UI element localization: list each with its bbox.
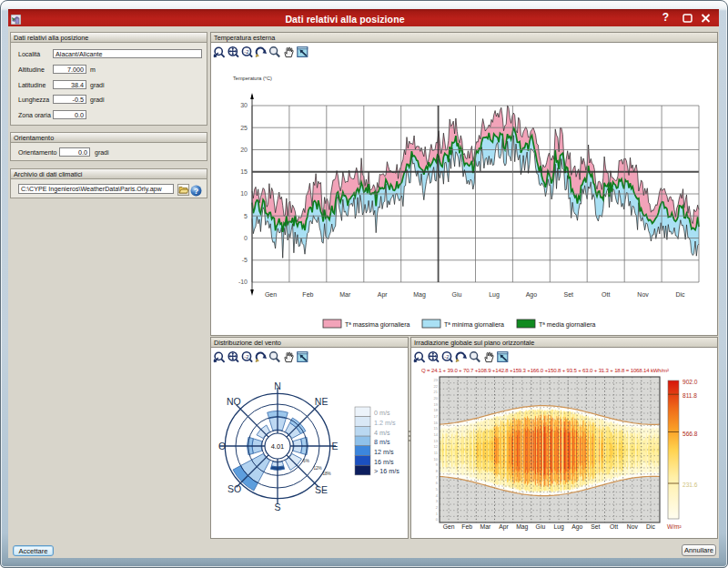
svg-text:Gen: Gen [443,523,455,530]
svg-text:S: S [274,502,280,512]
svg-text:?: ? [194,187,198,196]
svg-text:25: 25 [240,125,248,131]
svg-text:30: 30 [240,102,248,108]
svg-text:10: 10 [240,190,248,197]
svg-text:Dic: Dic [675,291,685,298]
svg-text:Mag: Mag [413,291,426,299]
svg-text:12 m/s: 12 m/s [374,448,394,456]
svg-text:15: 15 [240,168,248,175]
svg-text:Set: Set [591,523,600,530]
svg-text:4: 4 [436,493,439,498]
svg-text:Apr: Apr [378,291,389,299]
svg-text:2: 2 [436,505,439,510]
svg-text:-10: -10 [238,279,248,285]
svg-text:Giu: Giu [452,291,462,298]
svg-text:NO: NO [227,396,241,407]
svg-text:6: 6 [436,481,439,485]
svg-text:20: 20 [240,147,248,153]
svg-text:19: 19 [433,402,438,407]
svg-text:22: 22 [433,384,438,389]
svg-text:8 m/s: 8 m/s [374,438,390,446]
svg-text:Apr: Apr [499,523,509,531]
svg-text:E: E [331,441,338,451]
svg-text:16 m/s: 16 m/s [374,458,394,466]
svg-text:Mar: Mar [480,523,491,530]
svg-text:W/m²: W/m² [667,523,682,530]
svg-text:4 m/s: 4 m/s [374,429,390,437]
svg-text:16: 16 [433,421,438,425]
svg-text:1: 1 [436,512,439,516]
svg-text:Tª massima giornaliera: Tª massima giornaliera [345,321,410,329]
svg-text:902.0: 902.0 [682,379,698,385]
svg-text:12: 12 [433,444,438,449]
svg-text:15: 15 [433,426,438,431]
svg-text:SO: SO [228,483,241,494]
svg-text:Ago: Ago [571,523,582,531]
svg-text:Nov: Nov [637,291,649,298]
svg-text:4.01: 4.01 [271,442,285,451]
svg-text:11: 11 [434,451,439,455]
svg-text:Ott: Ott [610,523,618,530]
svg-text:17: 17 [433,414,438,419]
svg-text:6%: 6% [303,459,309,463]
svg-text:566.8: 566.8 [682,431,698,437]
svg-text:Mag: Mag [516,523,528,531]
svg-text:231.6: 231.6 [682,482,698,488]
svg-text:3: 3 [436,499,439,503]
svg-text:Feb: Feb [302,291,313,298]
svg-text:SE: SE [315,484,328,495]
svg-text:N: N [274,380,281,391]
svg-text:> 16 m/s: > 16 m/s [374,467,399,475]
svg-text:Set: Set [564,291,574,298]
svg-text:NE: NE [315,396,329,407]
svg-text:0 m/s: 0 m/s [374,409,390,417]
svg-text:21: 21 [433,390,438,394]
svg-text:O: O [218,441,226,451]
svg-text:Q = 24.1 + 39.0 + 70.7 +108.9: Q = 24.1 + 39.0 + 70.7 +108.9 +142.8 +15… [421,367,669,373]
svg-text:18%: 18% [323,472,331,476]
svg-text:Mar: Mar [339,291,351,298]
svg-text:1.2 m/s: 1.2 m/s [374,419,396,427]
svg-text:9: 9 [436,462,439,467]
svg-text:5: 5 [244,213,248,219]
svg-text:Nov: Nov [627,523,639,530]
svg-text:23: 23 [433,378,438,382]
svg-text:Temperatura (°C): Temperatura (°C) [233,76,272,81]
svg-text:12%: 12% [313,466,321,471]
svg-text:Ott: Ott [602,291,610,298]
svg-text:18: 18 [433,408,438,412]
svg-text:10: 10 [433,457,438,462]
svg-text:811.8: 811.8 [682,392,697,399]
svg-text:7: 7 [436,475,439,480]
svg-text:Lug: Lug [489,291,500,299]
svg-text:13: 13 [433,439,438,443]
svg-text:Dic: Dic [646,523,655,530]
svg-text:Lug: Lug [553,523,564,531]
svg-text:Gen: Gen [265,291,277,298]
svg-text:Feb: Feb [461,523,472,530]
svg-text:0: 0 [244,235,248,241]
svg-text:20: 20 [433,396,438,401]
svg-text:Ago: Ago [526,291,538,299]
svg-text:Tª media giornaliera: Tª media giornaliera [539,321,596,329]
svg-text:5: 5 [436,487,439,492]
svg-text:-5: -5 [242,257,248,263]
svg-text:8: 8 [436,469,439,473]
svg-text:Giu: Giu [536,523,546,530]
svg-text:0: 0 [436,517,439,522]
svg-text:14: 14 [433,432,438,437]
svg-text:Tª minima giornaliera: Tª minima giornaliera [444,321,504,329]
